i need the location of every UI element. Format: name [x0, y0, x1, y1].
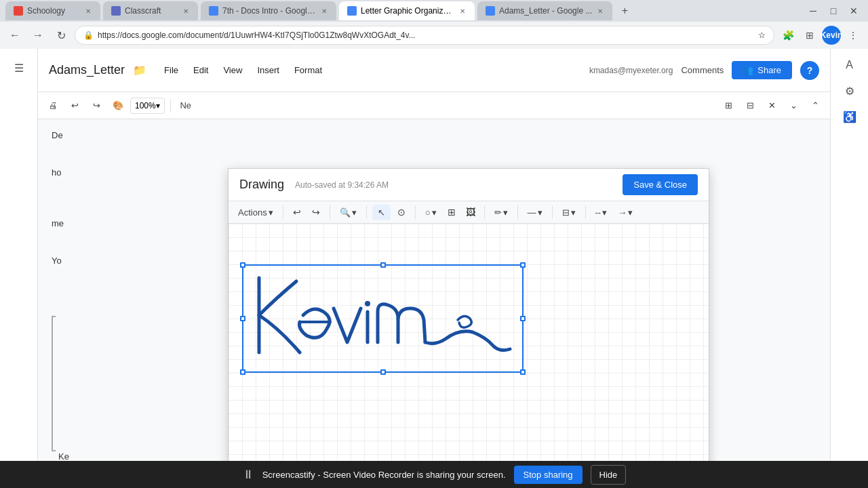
- tab-gdocs-intro[interactable]: 7th - Docs Intro - Google... ✕: [201, 1, 336, 20]
- save-close-button[interactable]: Save & Close: [623, 174, 698, 195]
- accessibility-icon[interactable]: ♿: [839, 106, 861, 127]
- collapse-icon[interactable]: ⌃: [806, 96, 825, 115]
- title-bar: Schoology ✕ Classcraft ✕ 7th - Docs Intr…: [0, 0, 868, 22]
- docs-main: Adams_Letter 📁 File Edit View Insert For…: [38, 49, 830, 488]
- pen-dropdown[interactable]: ✏ ▾: [490, 205, 512, 220]
- zoom-selector[interactable]: 100% ▾: [130, 98, 165, 114]
- docs-sidebar: ☰: [0, 49, 38, 488]
- expand-icon[interactable]: ⌄: [784, 96, 803, 115]
- shapes-icon: ○: [425, 207, 431, 218]
- drawing-canvas[interactable]: [229, 224, 709, 488]
- browser-toolbar-icons: 🧩 ⊞ Kevin ⋮: [778, 26, 863, 45]
- zoom-chevron: ▾: [352, 207, 357, 218]
- paint-format-button[interactable]: 🎨: [108, 96, 127, 115]
- image-button[interactable]: 🖼: [462, 204, 479, 220]
- tab-schoology-close[interactable]: ✕: [84, 6, 92, 16]
- tab-schoology-label: Schoology: [27, 6, 80, 16]
- close-button[interactable]: ✕: [845, 5, 863, 17]
- drawing-modal: Drawing Auto-saved at 9:34:26 AM Save & …: [228, 168, 709, 488]
- profile-badge[interactable]: Kevin: [822, 26, 841, 45]
- menu-format[interactable]: Format: [288, 62, 329, 78]
- drawing-header: Drawing Auto-saved at 9:34:26 AM Save & …: [229, 169, 709, 201]
- doc-line-2: ho: [52, 167, 214, 178]
- cursor-icon: ↖: [378, 207, 385, 218]
- indent-left-icon[interactable]: ⊞: [719, 96, 738, 115]
- gdocs-intro-favicon: [209, 6, 218, 16]
- user-email: kmadas@myexeter.org: [589, 66, 673, 75]
- tab-schoology[interactable]: Schoology ✕: [5, 1, 100, 20]
- extensions-icon[interactable]: 🧩: [778, 26, 797, 45]
- indent-right-icon[interactable]: ⊟: [741, 96, 760, 115]
- comments-button[interactable]: Comments: [681, 65, 724, 75]
- table-dropdown[interactable]: ⊟ ▾: [558, 205, 580, 220]
- refresh-button[interactable]: ↻: [52, 26, 71, 45]
- doc-menu-bar: File Edit View Insert Format: [157, 62, 329, 78]
- tab-letter-organizer[interactable]: Letter Graphic Organizer... ✕: [339, 1, 475, 20]
- settings-icon[interactable]: ⋮: [844, 26, 863, 45]
- maximize-button[interactable]: □: [825, 5, 842, 17]
- toolbar-sep-6: [517, 205, 518, 219]
- help-button[interactable]: ?: [800, 61, 819, 80]
- toolbar-sep-4: [415, 205, 416, 219]
- app-container: ☰ Adams_Letter 📁 File Edit View Insert F…: [0, 49, 868, 488]
- doc-bracket: [52, 316, 56, 451]
- drawing-redo-button[interactable]: ↪: [308, 204, 324, 220]
- drawing-title: Drawing: [239, 178, 284, 192]
- print-button[interactable]: 🖨: [43, 96, 62, 115]
- tab-adams-letter[interactable]: Adams_Letter - Google ... ✕: [477, 1, 612, 20]
- shapes-dropdown[interactable]: ○ ▾: [421, 205, 441, 220]
- address-box[interactable]: 🔒 https://docs.google.com/document/d/1Uu…: [75, 26, 774, 45]
- menu-insert[interactable]: Insert: [250, 62, 286, 78]
- line-dropdown[interactable]: — ▾: [524, 205, 547, 220]
- header-right: kmadas@myexeter.org Comments 👥 Share ?: [589, 61, 819, 80]
- arrow-dropdown[interactable]: → ▾: [614, 205, 637, 220]
- select-tool-button[interactable]: ↖: [372, 205, 391, 220]
- shapes-chevron: ▾: [432, 207, 437, 218]
- folder-icon[interactable]: 📁: [133, 64, 146, 77]
- redo-button[interactable]: ↪: [87, 96, 106, 115]
- stop-sharing-button[interactable]: Stop sharing: [514, 466, 583, 484]
- address-bar-row: ← → ↻ 🔒 https://docs.google.com/document…: [0, 22, 868, 49]
- back-button[interactable]: ←: [5, 26, 24, 45]
- tab-letter-organizer-close[interactable]: ✕: [458, 6, 467, 16]
- lasso-tool-button[interactable]: ⊙: [393, 204, 410, 220]
- menu-edit[interactable]: Edit: [186, 62, 215, 78]
- tab-adams-letter-close[interactable]: ✕: [596, 6, 604, 16]
- share-button[interactable]: 👥 Share: [732, 61, 792, 79]
- share-icon: 👥: [743, 65, 753, 75]
- menu-file[interactable]: File: [157, 62, 185, 78]
- explore-icon[interactable]: ⚙: [839, 80, 861, 102]
- crop-button[interactable]: ⊞: [443, 204, 460, 220]
- pen-icon: ✏: [494, 207, 502, 218]
- hide-button[interactable]: Hide: [591, 465, 627, 485]
- toolbar-sep-5: [484, 205, 485, 219]
- apps-icon[interactable]: ⊞: [800, 26, 819, 45]
- dash-dropdown[interactable]: -- ▾: [591, 205, 612, 220]
- actions-dropdown[interactable]: Actions ▾: [234, 205, 277, 220]
- svg-point-0: [365, 301, 370, 306]
- doc-header: Adams_Letter 📁 File Edit View Insert For…: [38, 49, 830, 92]
- star-icon[interactable]: ☆: [758, 30, 766, 40]
- drawing-autosave: Auto-saved at 9:34:26 AM: [295, 180, 612, 190]
- undo-button[interactable]: ↩: [65, 96, 84, 115]
- toolbar-close-icon[interactable]: ✕: [762, 96, 781, 115]
- mode-selector[interactable]: Ne: [176, 96, 195, 115]
- tab-adams-letter-label: Adams_Letter - Google ...: [499, 6, 592, 16]
- hamburger-menu-icon[interactable]: ☰: [8, 57, 30, 79]
- tab-classcraft[interactable]: Classcraft ✕: [103, 1, 198, 20]
- tab-letter-organizer-label: Letter Graphic Organizer...: [361, 6, 454, 16]
- menu-view[interactable]: View: [216, 62, 249, 78]
- pause-icon[interactable]: ⏸: [242, 468, 254, 482]
- tab-classcraft-close[interactable]: ✕: [182, 6, 190, 16]
- classcraft-favicon: [111, 6, 121, 16]
- minimize-button[interactable]: ─: [804, 5, 822, 17]
- toolbar-sep-1: [283, 205, 283, 219]
- drawing-undo-button[interactable]: ↩: [289, 204, 305, 220]
- new-tab-button[interactable]: +: [615, 1, 634, 20]
- forward-button[interactable]: →: [28, 26, 47, 45]
- dash-icon: --: [595, 207, 601, 218]
- tab-gdocs-intro-close[interactable]: ✕: [320, 6, 328, 16]
- dash-chevron: ▾: [602, 207, 607, 218]
- format-icon[interactable]: A: [839, 54, 861, 76]
- zoom-dropdown[interactable]: 🔍 ▾: [336, 205, 361, 220]
